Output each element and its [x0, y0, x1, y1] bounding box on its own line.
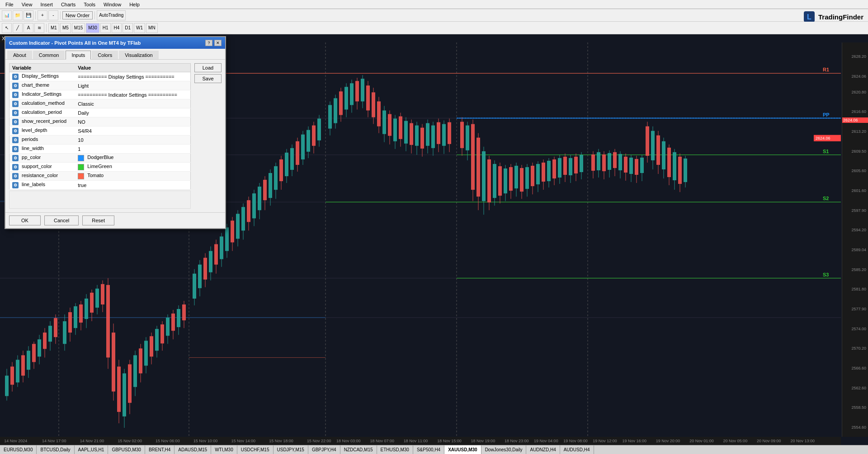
row-icon: ⚙: [12, 128, 19, 134]
modal-ok-cancel-btns: OK Cancel Reset: [9, 215, 114, 225]
row-icon: ⚙: [12, 101, 19, 107]
row-variable: ⚙ show_recent_period: [9, 117, 75, 126]
row-variable: ⚙ line_labels: [9, 181, 75, 190]
tab-common[interactable]: Common: [33, 51, 65, 59]
row-icon: ⚙: [12, 74, 19, 80]
modal-titlebar: Custom Indicator - Pivot Points All in O…: [5, 37, 225, 49]
load-btn[interactable]: Load: [194, 63, 222, 72]
modal-load-save-btns: Load Save: [194, 63, 222, 83]
table-row[interactable]: ⚙ line_width 1: [9, 145, 191, 154]
row-value: ========== Indicator Settings ==========: [75, 90, 190, 99]
table-row[interactable]: ⚙ line_labels true: [9, 181, 191, 190]
modal-body: Variable Value ⚙ Display_Settings ======…: [5, 60, 225, 212]
pp-color-swatch[interactable]: [78, 155, 84, 161]
modal-footer: OK Cancel Reset: [5, 212, 225, 228]
row-variable: ⚙ calculation_method: [9, 99, 75, 108]
row-icon: ⚙: [12, 182, 19, 188]
row-variable: ⚙ calculation_period: [9, 108, 75, 117]
table-row[interactable]: ⚙ show_recent_period NO: [9, 117, 191, 126]
table-row[interactable]: ⚙ pp_color DodgerBlue: [9, 154, 191, 163]
row-variable: ⚙ Display_Settings: [9, 72, 75, 81]
tab-about[interactable]: About: [7, 51, 32, 59]
ok-btn[interactable]: OK: [9, 215, 41, 225]
params-table: Variable Value ⚙ Display_Settings ======…: [9, 63, 191, 190]
row-variable: ⚙ support_color: [9, 163, 75, 172]
support-color-swatch[interactable]: [78, 164, 84, 170]
row-variable: ⚙ chart_theme: [9, 81, 75, 90]
tab-colors[interactable]: Colors: [92, 51, 118, 59]
row-value: S4/R4: [75, 126, 190, 136]
modal-controls: ? ✕: [205, 40, 222, 46]
row-variable: ⚙ resistance_color: [9, 172, 75, 181]
table-row[interactable]: ⚙ chart_theme Light: [9, 81, 191, 90]
save-profile-btn[interactable]: Save: [194, 74, 222, 83]
row-icon: ⚙: [12, 110, 19, 116]
reset-btn[interactable]: Reset: [82, 215, 114, 225]
row-value: Classic: [75, 99, 190, 108]
row-value: DodgerBlue: [75, 154, 190, 163]
row-variable: ⚙ Indicator_Settings: [9, 90, 75, 99]
row-icon: ⚙: [12, 137, 19, 143]
modal-help-btn[interactable]: ?: [205, 40, 212, 46]
col-value: Value: [75, 64, 190, 72]
row-icon: ⚙: [12, 146, 19, 152]
modal-title: Custom Indicator - Pivot Points All in O…: [9, 40, 141, 46]
table-row[interactable]: ⚙ support_color LimeGreen: [9, 163, 191, 172]
row-value: NO: [75, 117, 190, 126]
row-value: true: [75, 181, 190, 190]
table-row[interactable]: ⚙ Indicator_Settings ========== Indicato…: [9, 90, 191, 99]
row-icon: ⚙: [12, 83, 19, 89]
row-variable: ⚙ level_depth: [9, 126, 75, 136]
row-value: LimeGreen: [75, 163, 190, 172]
table-row[interactable]: ⚙ periods 10: [9, 136, 191, 145]
row-value: Tomato: [75, 172, 190, 181]
row-value: 10: [75, 136, 190, 145]
table-row[interactable]: ⚙ calculation_method Classic: [9, 99, 191, 108]
col-variable: Variable: [9, 64, 75, 72]
table-row[interactable]: ⚙ resistance_color Tomato: [9, 172, 191, 181]
row-variable: ⚙ periods: [9, 136, 75, 145]
table-row[interactable]: ⚙ level_depth S4/R4: [9, 126, 191, 136]
cancel-btn[interactable]: Cancel: [44, 215, 79, 225]
modal-close-btn[interactable]: ✕: [214, 40, 222, 46]
row-value: ========== Display Settings ==========: [75, 72, 190, 81]
tab-visualization[interactable]: Visualization: [119, 51, 159, 59]
tab-inputs[interactable]: Inputs: [66, 51, 91, 60]
row-variable: ⚙ pp_color: [9, 154, 75, 163]
table-scroll-area: [9, 191, 191, 209]
modal-tabs: About Common Inputs Colors Visualization: [5, 49, 225, 60]
modal-overlay: Custom Indicator - Pivot Points All in O…: [0, 0, 868, 454]
row-icon: ⚙: [12, 119, 19, 125]
row-icon: ⚙: [12, 155, 19, 161]
row-variable: ⚙ line_width: [9, 145, 75, 154]
modal-dialog: Custom Indicator - Pivot Points All in O…: [5, 36, 226, 229]
row-icon: ⚙: [12, 164, 19, 170]
resistance-color-swatch[interactable]: [78, 173, 84, 179]
params-table-container: Variable Value ⚙ Display_Settings ======…: [9, 63, 191, 209]
row-value: Light: [75, 81, 190, 90]
row-icon: ⚙: [12, 92, 19, 98]
table-row[interactable]: ⚙ calculation_period Daily: [9, 108, 191, 117]
row-value: 1: [75, 145, 190, 154]
row-icon: ⚙: [12, 173, 19, 179]
row-value: Daily: [75, 108, 190, 117]
table-row[interactable]: ⚙ Display_Settings ========== Display Se…: [9, 72, 191, 81]
